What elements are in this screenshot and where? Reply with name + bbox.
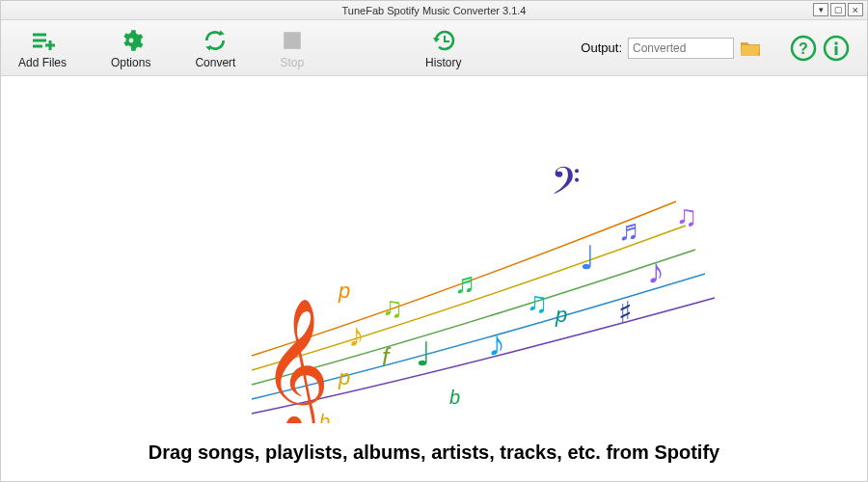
browse-folder-button[interactable] <box>740 40 761 57</box>
svg-text:♪: ♪ <box>647 252 665 291</box>
history-icon <box>430 27 457 54</box>
history-label: History <box>425 56 461 69</box>
convert-button[interactable]: Convert <box>195 27 235 69</box>
svg-text:p: p <box>555 303 567 327</box>
options-label: Options <box>111 56 150 69</box>
close-button[interactable]: ⨯ <box>848 3 863 16</box>
drop-hint-text: Drag songs, playlists, albums, artists, … <box>149 442 719 464</box>
svg-rect-6 <box>284 32 301 49</box>
svg-text:p: p <box>338 365 350 389</box>
restore-button[interactable]: ▾ <box>813 3 828 16</box>
window-controls: ▾ ▢ ⨯ <box>813 3 863 16</box>
svg-text:♫: ♫ <box>676 200 698 231</box>
add-files-button[interactable]: Add Files <box>18 27 67 69</box>
stop-label: Stop <box>280 56 304 69</box>
titlebar: TuneFab Spotify Music Converter 3.1.4 ▾ … <box>1 1 867 20</box>
svg-rect-11 <box>835 46 838 55</box>
add-files-label: Add Files <box>18 56 67 69</box>
window-title: TuneFab Spotify Music Converter 3.1.4 <box>342 5 527 16</box>
convert-label: Convert <box>195 56 235 69</box>
svg-text:♫: ♫ <box>527 286 549 318</box>
toolbar: Add Files Options Convert Stop <box>1 20 867 76</box>
minimize-button[interactable]: ▢ <box>830 3 846 16</box>
output-path-input[interactable] <box>628 38 734 59</box>
main-drop-area[interactable]: 𝄞 𝄢 ♪ ♫ ♩ ♬ ♪ ♫ ♩ ♬ ♪ ♫ p p f p b b ♯ Dr… <box>1 76 867 481</box>
gear-icon <box>119 27 144 54</box>
svg-text:♯: ♯ <box>618 296 633 328</box>
svg-text:p: p <box>338 279 350 303</box>
stop-icon <box>282 27 303 54</box>
convert-icon <box>203 27 228 54</box>
svg-text:b: b <box>319 411 330 423</box>
music-illustration: 𝄞 𝄢 ♪ ♫ ♩ ♬ ♪ ♫ ♩ ♬ ♪ ♫ p p f p b b ♯ <box>1 76 867 442</box>
svg-text:♪: ♪ <box>348 316 365 353</box>
history-button[interactable]: History <box>425 27 461 69</box>
output-label: Output: <box>581 40 622 55</box>
svg-text:♬: ♬ <box>618 214 640 246</box>
svg-text:𝄞: 𝄞 <box>261 300 330 423</box>
output-group: Output: ? <box>581 35 850 62</box>
help-button[interactable]: ? <box>790 35 817 62</box>
stop-button: Stop <box>280 27 304 69</box>
svg-text:♪: ♪ <box>488 324 505 363</box>
svg-text:♬: ♬ <box>454 267 476 299</box>
svg-text:♩: ♩ <box>580 239 595 276</box>
options-button[interactable]: Options <box>111 27 150 69</box>
svg-text:♩: ♩ <box>416 335 431 372</box>
svg-point-10 <box>834 41 838 45</box>
svg-text:b: b <box>449 387 460 408</box>
svg-text:?: ? <box>799 40 808 57</box>
svg-text:♫: ♫ <box>382 291 404 323</box>
add-files-icon <box>29 27 56 54</box>
svg-point-5 <box>128 38 133 42</box>
info-button[interactable] <box>823 35 850 62</box>
svg-text:𝄢: 𝄢 <box>551 160 581 211</box>
